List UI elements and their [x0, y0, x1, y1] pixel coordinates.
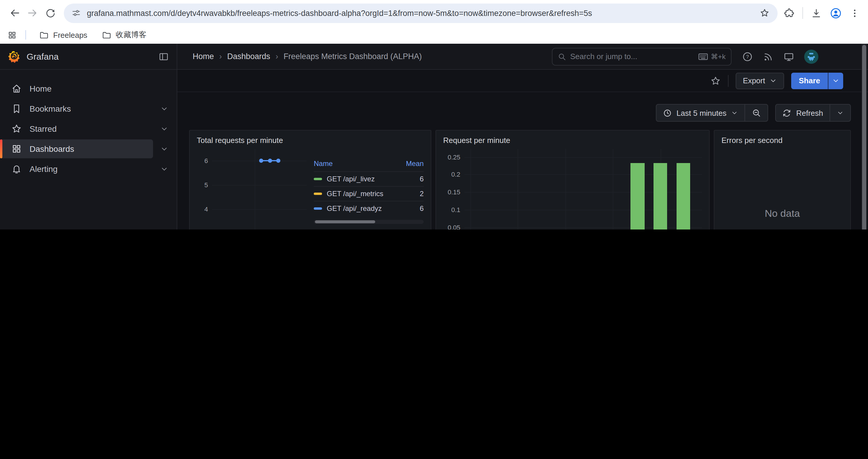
sidebar-item-bookmarks[interactable]: Bookmarks	[0, 99, 177, 118]
keyboard-icon	[699, 53, 708, 60]
legend-table: Name Mean GET /api/_livez 6	[314, 157, 424, 230]
tv-mode-icon[interactable]	[783, 51, 794, 62]
y-tick: 0.25	[447, 153, 460, 160]
forward-button[interactable]	[24, 4, 41, 22]
gridline-v	[470, 149, 471, 230]
gridline-h	[212, 209, 307, 210]
home-icon	[11, 83, 22, 94]
reload-button[interactable]	[41, 4, 59, 22]
panel-title: Errors per second	[714, 131, 850, 146]
help-icon[interactable]: ?	[742, 51, 753, 62]
sidebar-toggle-icon[interactable]	[158, 51, 169, 62]
series-swatch	[314, 207, 322, 210]
bar-2xx	[631, 163, 645, 230]
bookmarks-bar: Freeleaps 收藏博客	[0, 26, 868, 44]
sidebar-item-starred[interactable]: Starred	[0, 119, 177, 138]
data-point	[268, 158, 272, 162]
legend-row[interactable]: GET /api/_readyz 6	[314, 201, 424, 216]
chevron-down-icon	[769, 77, 777, 85]
bookmark-label: 收藏博客	[116, 30, 147, 40]
legend-row[interactable]: GET /api/_livez 6	[314, 171, 424, 186]
gridline-v	[565, 149, 566, 230]
breadcrumb-separator: ›	[276, 52, 278, 61]
share-dropdown-button[interactable]	[828, 72, 843, 89]
sidebar-item-dashboards[interactable]: Dashboards	[0, 139, 153, 158]
bar-2xx	[653, 163, 668, 230]
search-input[interactable]	[570, 52, 699, 61]
export-button[interactable]: Export	[736, 72, 784, 89]
y-tick: 0.2	[451, 171, 460, 178]
total-requests-chart: 6 5 4 3 2	[197, 149, 307, 230]
legend-col-mean[interactable]: Mean	[398, 160, 424, 168]
download-icon[interactable]	[811, 7, 822, 19]
sidebar-item-alerting[interactable]: Alerting	[0, 160, 177, 178]
url-bar[interactable]: grafana.mathmast.com/d/deytv4rwavabkb/fr…	[64, 3, 778, 23]
apps-grid-icon[interactable]	[7, 30, 17, 40]
request-per-minute-chart: 0.25 0.2 0.15 0.1 0.05 0	[443, 149, 702, 230]
data-point	[276, 158, 280, 162]
extensions-icon[interactable]	[783, 7, 795, 19]
chevron-down-icon	[832, 77, 840, 85]
grafana-logo[interactable]	[8, 50, 21, 63]
legend-scrollbar[interactable]	[314, 220, 424, 224]
share-button[interactable]: Share	[791, 72, 828, 89]
panel-title: Total requests per minute	[190, 131, 431, 146]
bookmark-folder-freeleaps[interactable]: Freeleaps	[34, 29, 92, 41]
dashboard-toolbar: Export Share	[177, 70, 868, 92]
screen: grafana.mathmast.com/d/deytv4rwavabkb/fr…	[0, 0, 868, 230]
search-icon	[558, 52, 566, 61]
legend-row[interactable]: GET /api/_metrics 2	[314, 186, 424, 201]
gridline-h	[464, 157, 702, 157]
chevron-down-icon	[837, 109, 844, 117]
page-scrollbar[interactable]	[862, 44, 867, 230]
star-icon	[11, 124, 22, 134]
chevron-down-icon	[160, 125, 168, 133]
series-swatch	[314, 193, 322, 195]
y-tick: 0.1	[451, 206, 460, 213]
time-range-picker[interactable]: Last 5 minutes	[656, 104, 745, 121]
gridline-v	[518, 149, 519, 230]
search-shortcut: ⌘+k	[699, 52, 725, 61]
dashboards-grid-icon	[11, 143, 22, 154]
breadcrumb-separator: ›	[219, 52, 222, 61]
panel-request-per-minute[interactable]: Request per minute 0.25 0.2 0.15 0.1 0.0…	[435, 130, 710, 230]
y-tick: 5	[205, 182, 208, 189]
series-swatch	[314, 178, 322, 180]
panel-total-requests-per-minute[interactable]: Total requests per minute 6 5 4 3	[189, 130, 431, 230]
zoom-out-button[interactable]	[745, 104, 768, 121]
toolbar-divider	[802, 7, 803, 19]
y-tick: 4	[205, 205, 208, 213]
site-info-icon[interactable]	[71, 8, 81, 18]
bookmark-label: Freeleaps	[53, 30, 88, 39]
breadcrumb-current: Freeleaps Metrics Dashboard (ALPHA)	[284, 52, 422, 61]
gridline-v	[613, 149, 614, 230]
bookmark-star-icon[interactable]	[759, 8, 770, 18]
y-tick: 0.05	[447, 224, 460, 230]
browser-menu-icon[interactable]	[850, 8, 860, 18]
page-scrollbar-thumb[interactable]	[862, 45, 866, 230]
breadcrumb-dashboards[interactable]: Dashboards	[227, 52, 270, 61]
refresh-button[interactable]: Refresh	[776, 104, 830, 121]
clock-icon	[663, 108, 672, 117]
search-box[interactable]: ⌘+k	[552, 47, 732, 65]
zoom-out-icon	[752, 108, 761, 118]
profile-icon[interactable]	[830, 7, 842, 19]
breadcrumb-home[interactable]: Home	[193, 52, 214, 61]
bookmark-folder-blogs[interactable]: 收藏博客	[97, 28, 151, 41]
time-controls: Last 5 minutes Refresh	[189, 104, 851, 122]
chevron-down-icon	[160, 104, 168, 113]
chevron-down-icon	[160, 165, 168, 173]
browser-toolbar: grafana.mathmast.com/d/deytv4rwavabkb/fr…	[0, 0, 868, 26]
favorite-star-icon[interactable]	[711, 75, 721, 86]
back-button[interactable]	[6, 4, 24, 22]
user-avatar[interactable]	[804, 49, 818, 64]
sidebar-item-home[interactable]: Home	[0, 79, 177, 98]
panel-errors-per-second[interactable]: Errors per second No data	[714, 130, 851, 230]
y-tick: 6	[205, 157, 208, 164]
refresh-icon	[783, 108, 792, 117]
url-text[interactable]: grafana.mathmast.com/d/deytv4rwavabkb/fr…	[87, 8, 753, 18]
grafana-header: Grafana Home › Dashboards › Freeleaps Me…	[0, 44, 868, 70]
rss-icon[interactable]	[763, 51, 773, 62]
legend-col-name[interactable]: Name	[314, 160, 398, 168]
refresh-interval-dropdown[interactable]	[830, 104, 850, 121]
